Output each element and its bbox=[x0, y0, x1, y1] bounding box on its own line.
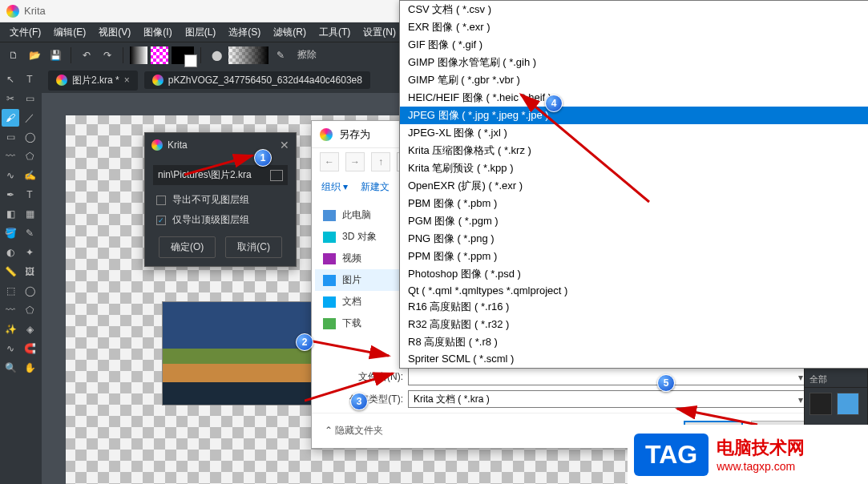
fill-tool-icon[interactable]: 🪣 bbox=[2, 224, 19, 242]
magnetic-select-icon[interactable]: 🧲 bbox=[21, 340, 38, 357]
assist-tool-icon[interactable]: ✦ bbox=[21, 244, 38, 261]
reference-tool-icon[interactable]: 🖼 bbox=[21, 263, 38, 280]
filetype-option[interactable]: Krita 笔刷预设 ( *.kpp ) bbox=[400, 159, 868, 177]
document-tab-1[interactable]: 图片2.kra * × bbox=[48, 71, 138, 91]
undo-icon[interactable]: ↶ bbox=[78, 46, 95, 64]
filetype-option[interactable]: Spriter SCML ( *.scml ) bbox=[400, 351, 868, 366]
filetype-option[interactable]: PGM 图像 ( *.pgm ) bbox=[400, 212, 868, 230]
polyline-tool-icon[interactable]: 〰 bbox=[2, 147, 19, 165]
rect-tool-icon[interactable]: ▭ bbox=[2, 128, 19, 146]
calligraphy-tool-icon[interactable]: ✒ bbox=[2, 186, 19, 204]
new-folder-button[interactable]: 新建文 bbox=[361, 180, 390, 194]
pattern-preset[interactable] bbox=[151, 46, 168, 64]
checkbox-invisible-groups[interactable]: 导出不可见图层组 bbox=[156, 193, 288, 207]
crop-tool-icon[interactable]: ✂ bbox=[2, 90, 19, 107]
menu-edit[interactable]: 编辑(E) bbox=[47, 26, 92, 39]
filetype-option[interactable]: JPEG 图像 ( *.jpg *.jpeg *.jpe ) bbox=[400, 107, 868, 124]
menu-select[interactable]: 选择(S) bbox=[222, 26, 267, 39]
dialog-header[interactable]: Krita ✕ bbox=[145, 133, 296, 157]
save-file-icon[interactable]: 💾 bbox=[46, 46, 64, 64]
filetype-option[interactable]: GIMP 图像水管笔刷 ( *.gih ) bbox=[400, 54, 868, 71]
brush-tool-icon[interactable]: 🖌 bbox=[2, 109, 19, 127]
filename-combo[interactable]: ▾ bbox=[408, 368, 807, 385]
measure-tool-icon[interactable]: 📏 bbox=[2, 263, 19, 280]
opacity-ramp[interactable] bbox=[228, 46, 268, 64]
poly-select-icon[interactable]: ⬠ bbox=[21, 301, 38, 319]
smart-fill-icon[interactable]: ◐ bbox=[2, 244, 19, 261]
move-tool-icon[interactable]: ↖ bbox=[2, 71, 19, 88]
menu-tools[interactable]: 工具(T) bbox=[313, 26, 357, 39]
polygon-tool-icon[interactable]: ⬠ bbox=[21, 147, 38, 165]
brush-preset-icon[interactable]: ⬤ bbox=[208, 46, 225, 64]
tag-line2: www.tagxp.com bbox=[717, 460, 805, 473]
menu-settings[interactable]: 设置(N) bbox=[357, 26, 402, 39]
filetype-option[interactable]: GIMP 笔刷 ( *.gbr *.vbr ) bbox=[400, 71, 868, 89]
filetype-option[interactable]: EXR 图像 ( *.exr ) bbox=[400, 18, 868, 36]
filetype-option[interactable]: R16 高度贴图 ( *.r16 ) bbox=[400, 298, 868, 316]
menu-image[interactable]: 图像(I) bbox=[137, 26, 178, 39]
rect-select-icon[interactable]: ⬚ bbox=[2, 282, 19, 300]
gradient-preset[interactable] bbox=[130, 46, 147, 64]
ellipse-tool-icon[interactable]: ◯ bbox=[21, 128, 38, 146]
close-icon[interactable]: ✕ bbox=[280, 139, 289, 151]
filetype-option[interactable]: Krita 压缩图像格式 ( *.krz ) bbox=[400, 142, 868, 159]
filetype-option[interactable]: TGA 图像 ( *.tga *.icb *.tpic *.vda *.vst … bbox=[400, 366, 868, 369]
pattern-tool-icon[interactable]: ▦ bbox=[21, 205, 38, 223]
free-select-icon[interactable]: 〰 bbox=[2, 301, 19, 319]
menu-file[interactable]: 文件(F) bbox=[3, 26, 47, 39]
bezier-tool-icon[interactable]: ∿ bbox=[2, 167, 19, 184]
browse-folder-icon[interactable] bbox=[270, 170, 283, 181]
nav-fwd-icon[interactable]: → bbox=[345, 152, 365, 171]
filetype-option[interactable]: PBM 图像 ( *.pbm ) bbox=[400, 195, 868, 212]
filetype-combo[interactable]: Krita 文档 ( *.kra ) ▾ bbox=[408, 390, 807, 408]
filetype-option[interactable]: R32 高度贴图 ( *.r32 ) bbox=[400, 316, 868, 333]
gradient-tool-icon[interactable]: ◧ bbox=[2, 205, 19, 223]
brush-preset-thumb[interactable] bbox=[809, 393, 832, 415]
filetype-option[interactable]: HEIC/HEIF 图像 ( *.heic *.heif ) bbox=[400, 89, 868, 107]
docker-tab-all[interactable]: 全部 bbox=[805, 372, 867, 388]
organize-menu[interactable]: 组织 ▾ bbox=[321, 180, 348, 194]
filetype-option[interactable]: Qt ( *.qml *.qmltypes *.qmlproject ) bbox=[400, 283, 868, 298]
menu-layer[interactable]: 图层(L) bbox=[179, 26, 223, 39]
brush-editor-icon[interactable]: ✎ bbox=[272, 46, 289, 64]
transform-tool-icon[interactable]: T bbox=[21, 71, 38, 88]
similar-select-icon[interactable]: ◈ bbox=[21, 321, 38, 338]
shape-tool-icon[interactable]: ▭ bbox=[21, 90, 38, 107]
zoom-tool-icon[interactable]: 🔍 bbox=[2, 359, 19, 377]
new-file-icon[interactable]: 🗋 bbox=[5, 46, 22, 64]
filetype-option[interactable]: GIF 图像 ( *.gif ) bbox=[400, 36, 868, 54]
nav-up-icon[interactable]: ↑ bbox=[371, 152, 390, 171]
filetype-option[interactable]: R8 高度贴图 ( *.r8 ) bbox=[400, 333, 868, 351]
document-tab-2[interactable]: pKZhVOGZ_347756450_632d44a40c4603e8 bbox=[144, 71, 370, 89]
filetype-option[interactable]: OpenEXR (扩展) ( *.exr ) bbox=[400, 177, 868, 195]
cube-icon bbox=[323, 232, 336, 243]
ok-button[interactable]: 确定(O) bbox=[159, 236, 216, 258]
open-file-icon[interactable]: 📂 bbox=[26, 46, 43, 64]
eraser-preset-thumb[interactable] bbox=[837, 393, 859, 415]
text-tool-icon[interactable]: T bbox=[21, 186, 38, 204]
picker-tool-icon[interactable]: ✎ bbox=[21, 224, 38, 242]
menu-filter[interactable]: 滤镜(R) bbox=[267, 26, 313, 39]
checkbox-toplevel-groups[interactable]: ✓ 仅导出顶级图层组 bbox=[156, 213, 288, 227]
filetype-option[interactable]: CSV 文档 ( *.csv ) bbox=[400, 1, 868, 18]
nav-back-icon[interactable]: ← bbox=[320, 152, 339, 171]
line-tool-icon[interactable]: ／ bbox=[21, 109, 38, 127]
menu-view[interactable]: 视图(V) bbox=[92, 26, 137, 39]
cancel-button[interactable]: 取消(C) bbox=[225, 236, 282, 258]
filetype-dropdown-list[interactable]: CSV 文档 ( *.csv )EXR 图像 ( *.exr )GIF 图像 (… bbox=[399, 0, 868, 369]
export-path-field[interactable]: nin\Pictures\图片2.kra bbox=[153, 165, 288, 185]
filetype-option[interactable]: PPM 图像 ( *.ppm ) bbox=[400, 248, 868, 265]
ellipse-select-icon[interactable]: ◯ bbox=[21, 282, 38, 300]
filetype-option[interactable]: Photoshop 图像 ( *.psd ) bbox=[400, 265, 868, 283]
close-icon[interactable]: × bbox=[124, 75, 130, 86]
bezier-select-icon[interactable]: ∿ bbox=[2, 340, 19, 357]
pan-tool-icon[interactable]: ✋ bbox=[21, 359, 38, 377]
erase-mode-label[interactable]: 擦除 bbox=[297, 48, 317, 62]
freehand-tool-icon[interactable]: ✍ bbox=[21, 167, 38, 184]
redo-icon[interactable]: ↷ bbox=[99, 46, 116, 64]
hide-folders-link[interactable]: 隐藏文件夹 bbox=[325, 424, 383, 438]
filetype-option[interactable]: PNG 图像 ( *.png ) bbox=[400, 230, 868, 248]
color-swatch[interactable] bbox=[172, 46, 194, 64]
contig-select-icon[interactable]: ✨ bbox=[2, 321, 19, 338]
filetype-option[interactable]: JPEG-XL 图像 ( *.jxl ) bbox=[400, 124, 868, 142]
